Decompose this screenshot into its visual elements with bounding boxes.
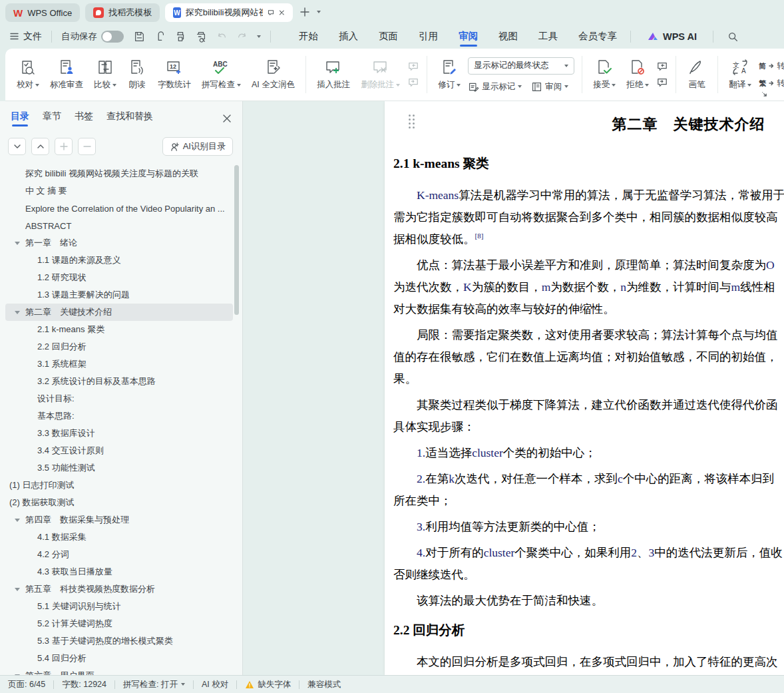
toc-item[interactable]: 5.3 基于关键词热度的增长模式聚类 [5, 632, 233, 650]
toc-item[interactable]: 1.3 课题主要解决的问题 [5, 286, 233, 304]
toc-item[interactable]: 3.3 数据库设计 [5, 425, 233, 442]
standard-review-button[interactable]: 标准审查 [45, 55, 88, 94]
show-markup-button[interactable]: 显示标记 [468, 81, 522, 93]
menu-item-页面[interactable]: 页面 [377, 25, 399, 48]
collapse-arrow-icon[interactable] [15, 242, 20, 245]
track-changes-button[interactable]: 修订 [433, 55, 465, 94]
compat-mode-indicator[interactable]: 兼容模式 [307, 679, 341, 690]
toc-item[interactable]: 第二章 关键技术介绍 [5, 304, 233, 321]
expand-all-button[interactable] [31, 138, 49, 155]
collapse-arrow-icon[interactable] [15, 311, 20, 314]
menu-item-审阅[interactable]: 审阅 [457, 25, 479, 48]
tab-wps-home[interactable]: W WPS Office [5, 3, 80, 22]
next-change-icon[interactable] [656, 77, 668, 88]
compare-button[interactable]: 比较 [89, 55, 121, 94]
insert-comment-button[interactable]: 插入批注 [312, 55, 355, 94]
toc-item[interactable]: 3.5 功能性测试 [5, 459, 233, 477]
divider [299, 680, 299, 689]
autosave-toggle[interactable] [101, 31, 124, 43]
search-icon[interactable] [727, 31, 739, 43]
collapse-arrow-icon[interactable] [15, 588, 20, 591]
document-page[interactable]: 第二章 关键技术介绍 2.1 k-means 聚类K-means算法是机器学习中… [385, 101, 784, 675]
toc-item[interactable]: (1) 日志打印测试 [5, 477, 233, 494]
file-menu[interactable]: 文件 [9, 31, 42, 43]
spell-check-status[interactable]: 拼写检查: 打开 [123, 679, 185, 690]
review-pane-button[interactable]: 审阅 [531, 81, 568, 93]
toc-item[interactable]: 基本思路: [5, 407, 233, 425]
toc-item[interactable]: 设计目标: [5, 390, 233, 407]
menu-item-插入[interactable]: 插入 [337, 25, 359, 48]
to-simplified-button[interactable]: 繁 转简 [759, 78, 784, 89]
translate-button[interactable]: 文A 翻译 [724, 55, 756, 94]
autosave-control[interactable]: 自动保存 [61, 31, 124, 43]
toc-item[interactable]: 第一章 绪论 [5, 234, 233, 252]
proofread-button[interactable]: 校对 [12, 55, 44, 94]
read-aloud-button[interactable]: 朗读 [122, 55, 152, 94]
reject-button[interactable]: 拒绝 [622, 55, 654, 94]
menu-item-开始[interactable]: 开始 [297, 25, 319, 48]
close-tab-icon[interactable] [279, 9, 285, 17]
save-icon[interactable] [133, 31, 145, 43]
menu-item-视图[interactable]: 视图 [497, 25, 519, 48]
tab-list-chevron-icon[interactable] [317, 11, 321, 13]
tab-docer[interactable]: 找稻壳模板 [85, 3, 160, 22]
close-sidebar-icon[interactable] [222, 114, 232, 123]
toc-item[interactable]: 1.2 研究现状 [5, 269, 233, 286]
sidebar-tab-bookmarks[interactable]: 书签 [75, 111, 93, 126]
toc-item[interactable]: 4.3 获取当日播放量 [5, 563, 233, 580]
to-traditional-button[interactable]: 简 转繁 [759, 61, 784, 72]
toc-item[interactable]: 3.1 系统框架 [5, 355, 233, 373]
toc-item[interactable]: 5.2 计算关键词热度 [5, 615, 233, 632]
dialog-launcher-icon[interactable] [761, 91, 767, 97]
toc-item[interactable]: 中 文 摘 要 [5, 182, 233, 200]
accept-button[interactable]: 接受 [588, 55, 620, 94]
toc-item[interactable]: 4.1 数据采集 [5, 529, 233, 546]
next-comment-icon[interactable] [407, 77, 419, 88]
collapse-arrow-icon[interactable] [15, 519, 20, 522]
missing-font-warning[interactable]: 缺失字体 [245, 679, 291, 690]
menu-item-引用[interactable]: 引用 [417, 25, 439, 48]
ai-proofread-status[interactable]: AI 校对 [202, 679, 228, 690]
undo-history-chevron-icon[interactable] [257, 35, 261, 38]
menu-item-会员专享[interactable]: 会员专享 [577, 25, 618, 48]
toc-item[interactable]: 5.1 关键词识别与统计 [5, 598, 233, 615]
new-tab-icon[interactable] [299, 7, 310, 17]
toc-item[interactable]: 3.2 系统设计的目标及基本思路 [5, 373, 233, 390]
previous-comment-icon[interactable] [407, 61, 419, 72]
toc-item[interactable]: 第四章 数据采集与预处理 [5, 511, 233, 529]
toc-item[interactable]: 2.1 k-means 聚类 [5, 321, 233, 338]
toc-item[interactable]: 1.1 课题的来源及意义 [5, 252, 233, 269]
toc-item[interactable]: 3.4 交互设计原则 [5, 442, 233, 459]
comment-bubble-icon[interactable] [268, 8, 274, 17]
previous-change-icon[interactable] [656, 61, 668, 72]
sidebar-tab-chapters[interactable]: 章节 [43, 111, 61, 126]
toc-item[interactable]: 5.4 回归分析 [5, 650, 233, 667]
toc-item[interactable]: 第五章 科技类视频热度数据分析 [5, 580, 233, 598]
word-count-indicator[interactable]: 字数: 12924 [62, 679, 106, 690]
paragraph-drag-handle-icon[interactable] [409, 115, 417, 128]
page-indicator[interactable]: 页面: 6/45 [8, 679, 45, 690]
toc-item[interactable]: 第六章 用户界面 [5, 667, 233, 675]
print-icon[interactable] [174, 31, 186, 43]
spell-check-button[interactable]: ABC 拼写检查 [197, 55, 246, 94]
word-count-button[interactable]: 12 字数统计 [153, 55, 196, 94]
print-preview-icon[interactable] [195, 31, 207, 43]
pen-button[interactable]: 画笔 [682, 55, 711, 94]
tab-document[interactable]: W 探究bilibili视频网站视频关注 [165, 3, 293, 22]
export-pdf-icon[interactable] [154, 31, 166, 43]
ai-polish-button[interactable]: AI 全文润色 [247, 55, 299, 94]
menu-item-工具[interactable]: 工具 [537, 25, 559, 48]
ai-recognize-toc-button[interactable]: AI识别目录 [162, 137, 233, 156]
toc-item[interactable]: 4.2 分词 [5, 546, 233, 563]
collapse-all-button[interactable] [8, 138, 26, 155]
sidebar-tab-toc[interactable]: 目录 [11, 111, 29, 126]
markup-state-select[interactable]: 显示标记的最终状态 [468, 57, 574, 75]
wps-ai-button[interactable]: WPS AI [647, 31, 697, 42]
toc-item[interactable]: Explore the Correlation of the Video Pop… [5, 200, 233, 217]
toc-item[interactable]: 探究 bilibili 视频网站视频关注度与标题的关联 [5, 165, 233, 182]
toc-item[interactable]: 2.2 回归分析 [5, 338, 233, 355]
toc-item[interactable]: ABSTRACT [5, 217, 233, 234]
toc-item[interactable]: (2) 数据获取测试 [5, 494, 233, 511]
sidebar-tab-find-replace[interactable]: 查找和替换 [106, 111, 153, 126]
sidebar-scrollbar[interactable] [234, 165, 239, 315]
